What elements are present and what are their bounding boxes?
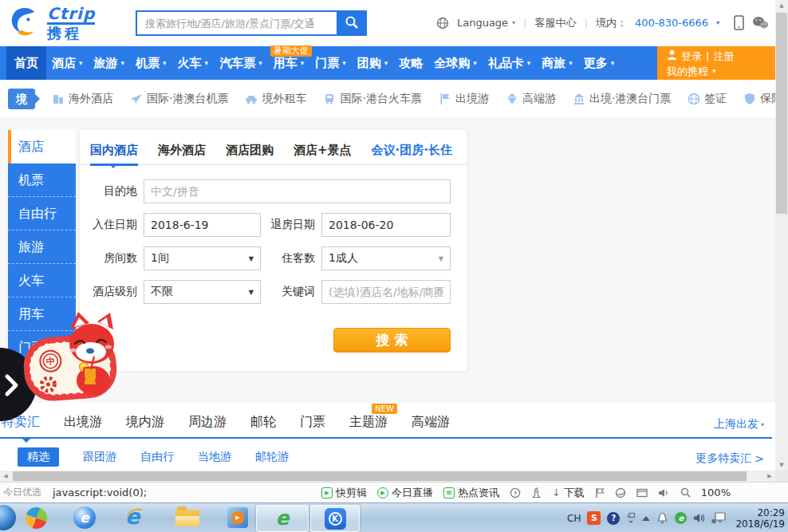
360-speed-browser-icon[interactable]: e <box>73 506 96 529</box>
tab-meeting-longstay[interactable]: 会议·团房·长住 <box>372 143 452 164</box>
wechat-icon[interactable] <box>752 16 769 30</box>
destination-input[interactable] <box>144 179 451 203</box>
notification-bell-icon[interactable] <box>656 512 668 524</box>
media-player-icon[interactable]: ▶ <box>227 507 248 528</box>
login-link[interactable]: 登录 <box>681 49 702 64</box>
subnav-overseas-hotel[interactable]: 海外酒店 <box>52 92 113 106</box>
nav-item-tickets[interactable]: 门票▾ <box>309 46 352 80</box>
nav-item-train[interactable]: 火车▾ <box>172 46 215 80</box>
search-input[interactable] <box>136 10 337 36</box>
more-deals-link[interactable]: 更多特卖汇 > <box>695 451 764 466</box>
checkin-date-input[interactable] <box>144 213 261 237</box>
scroll-right-arrow[interactable]: ▶ <box>764 471 775 482</box>
hot-news-tool[interactable]: ≡ 热点资讯 <box>443 486 499 500</box>
zoom-search-icon[interactable] <box>680 487 691 498</box>
sidebar-item-train[interactable]: 火车 <box>8 264 76 298</box>
quick-clip-tool[interactable]: ▶ 快剪辑 <box>321 486 367 500</box>
nav-item-bus[interactable]: 汽车票▾ <box>214 46 268 80</box>
report-flag-icon[interactable] <box>595 487 605 499</box>
horizontal-scrollbar[interactable]: ◀ ▶ <box>0 471 775 482</box>
nav-item-travel[interactable]: 旅游▾ <box>89 46 131 80</box>
checkout-date-input[interactable] <box>321 213 451 237</box>
subtab-local-tour[interactable]: 当地游 <box>198 450 231 464</box>
subnav-outbound-tour[interactable]: 出境游 <box>439 92 489 106</box>
departure-city-selector[interactable]: 上海出发 ▾ <box>714 417 764 432</box>
mobile-phone-icon[interactable] <box>734 15 744 30</box>
deals-tab-cruise[interactable]: 邮轮 <box>250 414 276 431</box>
start-button[interactable] <box>0 505 16 530</box>
subtab-diy-tour[interactable]: 自由行 <box>140 450 174 464</box>
overseas-express-pill[interactable]: 境外直通车 <box>8 89 35 109</box>
nav-item-car[interactable]: 暑期大促 用车▾ <box>268 46 310 80</box>
internet-explorer-icon[interactable]: e <box>125 503 149 530</box>
taskbar-clock[interactable]: 20:29 2018/6/19 <box>735 507 785 530</box>
deals-tab-tickets[interactable]: 门票 <box>300 414 325 431</box>
nav-item-flight[interactable]: 机票▾ <box>130 46 172 80</box>
nav-item-corporate[interactable]: 商旅▾ <box>536 46 578 80</box>
subnav-intl-flight[interactable]: 国际·港澳台机票 <box>130 92 228 106</box>
download-manager[interactable]: ↓ 下载 <box>552 486 585 500</box>
deals-tab-nearby[interactable]: 周边游 <box>188 414 227 431</box>
rooms-select[interactable]: 1间 ▼ <box>144 246 261 270</box>
vertical-scroll-thumb[interactable] <box>776 13 787 214</box>
window-mode-icon[interactable] <box>636 488 648 498</box>
sidebar-item-hotel[interactable]: 酒店 <box>8 130 76 164</box>
today-picks-label[interactable]: 今日优选 <box>3 486 41 499</box>
nav-item-globalshop[interactable]: 全球购▾ <box>428 46 483 80</box>
scroll-left-arrow[interactable]: ◀ <box>0 471 11 482</box>
customer-service-link[interactable]: 客服中心 <box>535 16 577 30</box>
subnav-car-rental[interactable]: 境外租车 <box>245 92 306 106</box>
sidebar-item-diy-tour[interactable]: 自由行 <box>8 197 76 231</box>
show-hidden-icons[interactable] <box>642 516 650 521</box>
nav-item-groupbuy[interactable]: 团购▾ <box>352 46 394 80</box>
nav-item-guide[interactable]: 攻略 <box>393 46 428 80</box>
input-language-indicator[interactable]: CH <box>567 513 581 524</box>
tab-domestic-hotel[interactable]: 国内酒店 <box>90 143 138 166</box>
register-link[interactable]: 注册 <box>713 49 734 64</box>
360-tray-icon[interactable]: e <box>675 512 687 524</box>
sidebar-item-travel[interactable]: 旅游 <box>8 231 76 264</box>
hotel-level-select[interactable]: 不限 ▼ <box>144 280 261 304</box>
network-tray-icon[interactable] <box>711 512 726 524</box>
subtab-group-tour[interactable]: 跟团游 <box>83 450 116 464</box>
scroll-down-arrow[interactable]: ▼ <box>776 459 787 471</box>
360-browser-taskbar-button[interactable]: e <box>256 505 309 532</box>
search-button[interactable] <box>337 10 367 36</box>
booster-rocket-icon[interactable] <box>531 487 542 499</box>
ie-compat-icon[interactable] <box>615 487 626 499</box>
sogou-input-icon[interactable]: S <box>587 511 601 525</box>
nav-item-more[interactable]: 更多▾ <box>578 46 621 80</box>
keyword-input[interactable] <box>321 280 451 304</box>
tab-hotel-attraction[interactable]: 酒店+景点 <box>294 143 352 164</box>
nav-item-hotel[interactable]: 酒店▾ <box>46 46 89 80</box>
help-tray-icon[interactable]: ? <box>607 512 620 525</box>
deals-tab-outbound[interactable]: 出境游 <box>64 414 102 431</box>
hotel-search-button[interactable]: 搜 索 <box>333 328 451 353</box>
toolbar-restore-icon[interactable] <box>626 512 636 524</box>
file-explorer-icon[interactable] <box>175 510 199 526</box>
deals-tab-theme[interactable]: 主题游 NEW <box>349 414 388 431</box>
language-menu[interactable]: Language ▾ <box>457 17 515 29</box>
volume-tray-icon[interactable] <box>693 513 705 523</box>
vertical-scrollbar[interactable]: ▲ ▼ <box>775 0 788 471</box>
nav-item-home[interactable]: 首页 <box>6 46 46 80</box>
horizontal-scroll-thumb[interactable] <box>13 471 747 481</box>
subnav-intl-train[interactable]: 国际·港台火车票 <box>323 92 421 106</box>
tab-overseas-hotel[interactable]: 海外酒店 <box>158 143 206 164</box>
subnav-visa[interactable]: 签证 <box>688 92 727 106</box>
my-ctrip-menu[interactable]: 我的携程 ▾ <box>667 64 775 79</box>
deals-tab-domestic[interactable]: 境内游 <box>126 414 164 431</box>
subtab-featured[interactable]: 精选 <box>18 447 59 467</box>
360-safe-icon[interactable] <box>26 507 47 529</box>
k-app-taskbar-button[interactable]: K <box>310 505 360 532</box>
guests-select[interactable]: 1成人 ▼ <box>321 246 451 270</box>
fox-mascot-promo[interactable]: 中 <box>22 310 128 406</box>
mute-speaker-icon[interactable] <box>658 488 670 498</box>
deals-tab-luxury[interactable]: 高端游 <box>412 414 450 431</box>
speed-mode-icon[interactable] <box>510 487 521 499</box>
subnav-outbound-tickets[interactable]: 出境·港澳台门票 <box>573 92 671 106</box>
scroll-up-arrow[interactable]: ▲ <box>776 0 787 11</box>
subnav-luxury-tour[interactable]: 高端游 <box>506 92 556 106</box>
sidebar-item-flight[interactable]: 机票 <box>8 164 76 197</box>
ctrip-logo[interactable]: Ctrip 携程 <box>8 5 95 41</box>
